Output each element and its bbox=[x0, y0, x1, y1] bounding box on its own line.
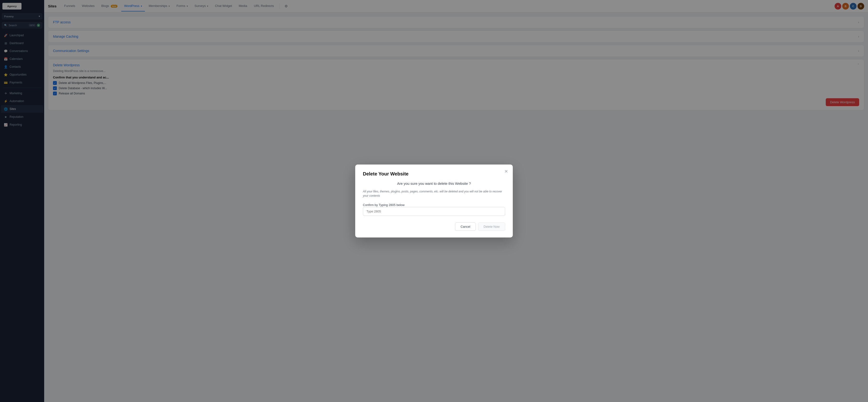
modal-footer: Cancel Delete Now bbox=[363, 223, 505, 231]
modal-overlay[interactable]: Delete Your Website ✕ Are you sure you w… bbox=[44, 12, 868, 402]
cancel-button[interactable]: Cancel bbox=[455, 223, 475, 231]
content-area: FTP access › Manage Caching › Communicat… bbox=[44, 12, 868, 402]
modal-warning: All your files, themes, plugins, posts, … bbox=[363, 189, 505, 198]
delete-now-button[interactable]: Delete Now bbox=[478, 223, 505, 231]
delete-website-modal: Delete Your Website ✕ Are you sure you w… bbox=[355, 165, 513, 237]
main-content-area: Sites Funnels Websites Blogs New WordPre… bbox=[44, 0, 868, 402]
modal-question: Are you sure you want to delete this Web… bbox=[363, 181, 505, 186]
modal-close-button[interactable]: ✕ bbox=[504, 169, 508, 174]
modal-confirm-label: Confirm by Typing 2805 below bbox=[363, 203, 405, 207]
confirm-code-input[interactable] bbox=[363, 207, 505, 216]
modal-title: Delete Your Website bbox=[363, 171, 505, 177]
